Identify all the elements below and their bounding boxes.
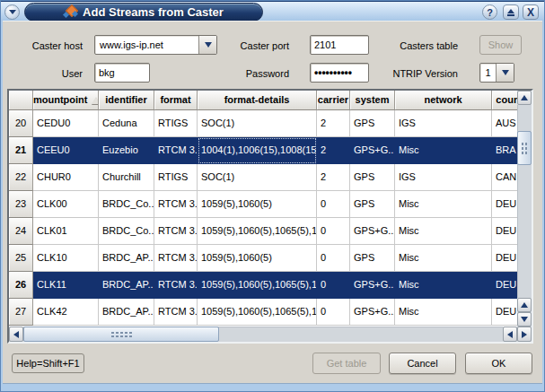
- column-header-format[interactable]: format: [154, 91, 198, 110]
- table-cell[interactable]: CEEU0: [33, 137, 99, 164]
- row-number[interactable]: 23: [9, 191, 33, 218]
- table-cell[interactable]: Misc: [395, 191, 492, 218]
- table-cell[interactable]: BRDC_Co...: [99, 191, 154, 218]
- table-cell[interactable]: CLK42: [33, 299, 99, 326]
- scroll-right-button[interactable]: [517, 327, 532, 342]
- table-row[interactable]: 22CHUR0ChurchillRTIGSSOC(1)2GPSIGSCAN: [9, 164, 517, 191]
- column-header-format-details[interactable]: format-details: [198, 91, 317, 110]
- vertical-scrollbar-thumb[interactable]: [517, 131, 532, 165]
- window-help-button[interactable]: ?: [482, 4, 497, 20]
- table-cell[interactable]: CEDU0: [33, 110, 99, 137]
- window-shade-button[interactable]: [503, 4, 519, 20]
- table-cell[interactable]: Misc: [395, 245, 492, 272]
- window-close-button[interactable]: X: [523, 4, 539, 20]
- cancel-button[interactable]: Cancel: [389, 353, 456, 374]
- table-cell[interactable]: 0: [317, 191, 350, 218]
- table-corner-header[interactable]: [9, 91, 33, 110]
- ok-button[interactable]: OK: [465, 353, 532, 374]
- table-row[interactable]: 24CLK01BRDC_Co...RTCM 3.01059(5),1060(5)…: [9, 218, 517, 245]
- table-cell[interactable]: GPS+G...: [350, 299, 395, 326]
- table-row[interactable]: 23CLK00BRDC_Co...RTCM 3.01059(5),1060(5)…: [9, 191, 517, 218]
- table-cell[interactable]: RTCM 3.0: [154, 218, 198, 245]
- table-cell[interactable]: Misc: [395, 299, 492, 326]
- table-row[interactable]: 25CLK10BRDC_AP...RTCM 3.01059(5),1060(5)…: [9, 245, 517, 272]
- row-number[interactable]: 25: [9, 245, 33, 272]
- row-number[interactable]: 27: [9, 299, 33, 326]
- table-cell[interactable]: BRDC_Co...: [99, 218, 154, 245]
- vertical-scrollbar[interactable]: [517, 91, 532, 327]
- table-cell[interactable]: DEU: [492, 191, 517, 218]
- table-cell[interactable]: IGS: [395, 110, 492, 137]
- column-header-mountpoint[interactable]: mountpoint: [33, 91, 99, 110]
- streams-table[interactable]: mountpointidentifierformatformat-details…: [7, 89, 533, 344]
- table-cell[interactable]: GPS: [350, 110, 395, 137]
- window-menu-button[interactable]: [4, 4, 20, 20]
- table-cell[interactable]: DEU: [492, 299, 517, 326]
- scroll-down-button[interactable]: [517, 312, 532, 327]
- table-cell[interactable]: RTCM 3.0: [154, 299, 198, 326]
- table-row[interactable]: 20CEDU0CedunaRTIGSSOC(1)2GPSIGSAUS: [9, 110, 517, 137]
- table-row[interactable]: 27CLK42BRDC_AP...RTCM 3.01059(5),1060(5)…: [9, 299, 517, 326]
- table-cell[interactable]: 2: [317, 164, 350, 191]
- table-cell[interactable]: 0: [317, 272, 350, 299]
- table-cell[interactable]: CLK11: [33, 272, 99, 299]
- table-cell[interactable]: BRDC_AP...: [99, 245, 154, 272]
- table-cell[interactable]: BRDC_AP...: [99, 272, 154, 299]
- table-cell[interactable]: CAN: [492, 164, 517, 191]
- table-cell[interactable]: Misc: [395, 137, 492, 164]
- scroll-left-button-right[interactable]: [503, 327, 517, 342]
- table-cell[interactable]: 2: [317, 110, 350, 137]
- table-cell[interactable]: RTCM 3.0: [154, 272, 198, 299]
- table-cell[interactable]: 0: [317, 245, 350, 272]
- table-cell[interactable]: SOC(1): [198, 110, 317, 137]
- table-cell[interactable]: GPS+G...: [350, 218, 395, 245]
- column-header-identifier[interactable]: identifier: [99, 91, 154, 110]
- table-cell[interactable]: CLK10: [33, 245, 99, 272]
- scroll-up-button-bottom[interactable]: [517, 298, 532, 312]
- row-number[interactable]: 22: [9, 164, 33, 191]
- table-cell[interactable]: CHUR0: [33, 164, 99, 191]
- get-table-button[interactable]: Get table: [312, 353, 381, 374]
- scroll-left-button[interactable]: [9, 327, 23, 342]
- row-number[interactable]: 21: [9, 137, 33, 164]
- table-cell[interactable]: Churchill: [99, 164, 154, 191]
- table-cell[interactable]: 0: [317, 299, 350, 326]
- table-cell[interactable]: Ceduna: [99, 110, 154, 137]
- ntrip-version-combobox[interactable]: 1: [479, 63, 514, 83]
- table-cell[interactable]: 1059(5),1060(5): [198, 191, 317, 218]
- table-cell[interactable]: RTCM 3.0: [154, 245, 198, 272]
- table-cell[interactable]: GPS: [350, 245, 395, 272]
- table-cell[interactable]: RTCM 3.0: [154, 191, 198, 218]
- table-cell[interactable]: IGS: [395, 164, 492, 191]
- table-cell[interactable]: DEU: [492, 245, 517, 272]
- table-cell[interactable]: DEU: [492, 218, 517, 245]
- table-cell[interactable]: DEU: [492, 272, 517, 299]
- vertical-scrollbar-track[interactable]: [517, 105, 532, 298]
- column-header-country[interactable]: country: [492, 91, 517, 110]
- horizontal-scrollbar[interactable]: [9, 327, 532, 342]
- table-cell[interactable]: GPS+G...: [350, 272, 395, 299]
- table-row[interactable]: 21CEEU0EuzebioRTCM 3.01004(1),1006(15),1…: [9, 137, 517, 164]
- table-cell[interactable]: AUS: [492, 110, 517, 137]
- table-cell[interactable]: 1059(5),1060(5),1065(5),106...: [198, 272, 317, 299]
- password-input[interactable]: [310, 63, 369, 83]
- table-cell[interactable]: 2: [317, 137, 350, 164]
- scroll-up-button[interactable]: [517, 91, 532, 105]
- table-row[interactable]: 26CLK11BRDC_AP...RTCM 3.01059(5),1060(5)…: [9, 272, 517, 299]
- user-input[interactable]: [94, 63, 150, 83]
- table-cell[interactable]: RTCM 3.0: [154, 137, 198, 164]
- horizontal-scrollbar-thumb[interactable]: [23, 327, 219, 342]
- table-cell[interactable]: SOC(1): [198, 164, 317, 191]
- show-button[interactable]: Show: [479, 35, 522, 55]
- table-cell[interactable]: GPS: [350, 191, 395, 218]
- row-number[interactable]: 26: [9, 272, 33, 299]
- table-cell[interactable]: 0: [317, 218, 350, 245]
- table-cell[interactable]: Misc: [395, 218, 492, 245]
- table-cell[interactable]: RTIGS: [154, 110, 198, 137]
- table-cell[interactable]: BRDC_AP...: [99, 299, 154, 326]
- caster-host-combobox[interactable]: www.igs-ip.net: [94, 35, 217, 55]
- column-header-network[interactable]: network: [395, 91, 492, 110]
- table-cell[interactable]: CLK01: [33, 218, 99, 245]
- table-cell[interactable]: 1004(1),1006(15),1008(15),1...: [198, 137, 317, 164]
- table-cell[interactable]: 1059(5),1060(5),1065(5),106...: [198, 299, 317, 326]
